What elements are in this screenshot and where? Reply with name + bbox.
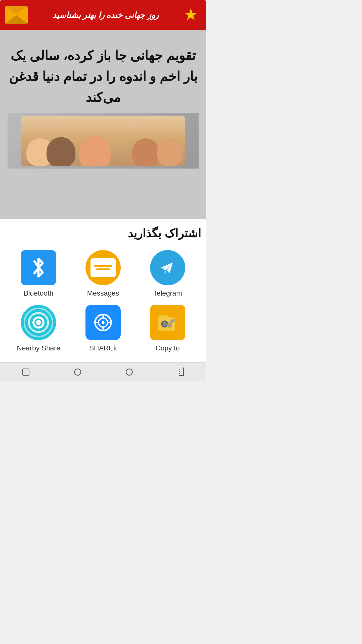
svg-point-6 (167, 323, 172, 328)
telegram-svg (157, 257, 178, 278)
nearbyshare-label: Nearby Share (17, 344, 60, 352)
msg-line-1 (94, 265, 112, 267)
nav-home-button[interactable] (74, 369, 81, 376)
bluetooth-icon (21, 250, 56, 285)
top-banner: روز جهانی خنده را بهتر بشناسید ★ (0, 0, 206, 30)
face-4 (132, 138, 160, 166)
nav-extra (179, 368, 184, 376)
people-image (8, 113, 199, 169)
share-item-telegram[interactable]: Telegram (137, 250, 199, 297)
face-3 (79, 136, 111, 166)
svg-point-10 (102, 321, 105, 324)
nearbyshare-svg (21, 305, 56, 340)
banner-title: روز جهانی خنده را بهتر بشناسید (28, 10, 184, 20)
face-2 (47, 137, 75, 166)
bottom-nav (0, 362, 206, 381)
copyto-svg (155, 310, 180, 335)
faces-group (21, 116, 185, 166)
share-grid: Telegram Messages Bluetooth (5, 250, 201, 352)
messages-inner (90, 258, 116, 277)
shareit-svg (90, 310, 116, 335)
bluetooth-label: Bluetooth (24, 289, 53, 297)
share-title: اشتراک بگذارید (5, 226, 201, 240)
persian-text: تقویم جهانی جا باز کرده، سالی یک بار اخم… (8, 40, 199, 113)
telegram-icon (150, 250, 185, 285)
messages-icon (85, 250, 121, 285)
bluetooth-svg (30, 255, 47, 280)
copyto-label: Copy to (155, 344, 180, 352)
nav-back-button[interactable] (22, 369, 29, 376)
face-5 (157, 138, 182, 166)
nav-recents-button[interactable] (126, 369, 133, 376)
share-item-bluetooth[interactable]: Bluetooth (8, 250, 70, 297)
content-area: تقویم جهانی جا باز کرده، سالی یک بار اخم… (0, 30, 206, 219)
share-item-messages[interactable]: Messages (72, 250, 134, 297)
msg-line-2 (96, 268, 110, 270)
star-icon[interactable]: ★ (184, 6, 201, 24)
envelope-icon (5, 6, 28, 24)
copyto-icon (150, 305, 185, 340)
share-item-copyto[interactable]: Copy to (137, 305, 199, 352)
share-item-nearbyshare[interactable]: Nearby Share (8, 305, 70, 352)
svg-point-4 (163, 322, 167, 326)
svg-point-19 (36, 320, 41, 325)
shareit-label: SHAREit (89, 344, 117, 352)
messages-label: Messages (87, 289, 119, 297)
share-item-shareit[interactable]: SHAREit (72, 305, 134, 352)
share-section: اشتراک بگذارید Telegram Messages (0, 219, 206, 362)
nearbyshare-icon (21, 305, 56, 340)
telegram-label: Telegram (153, 289, 182, 297)
shareit-icon (85, 305, 121, 340)
